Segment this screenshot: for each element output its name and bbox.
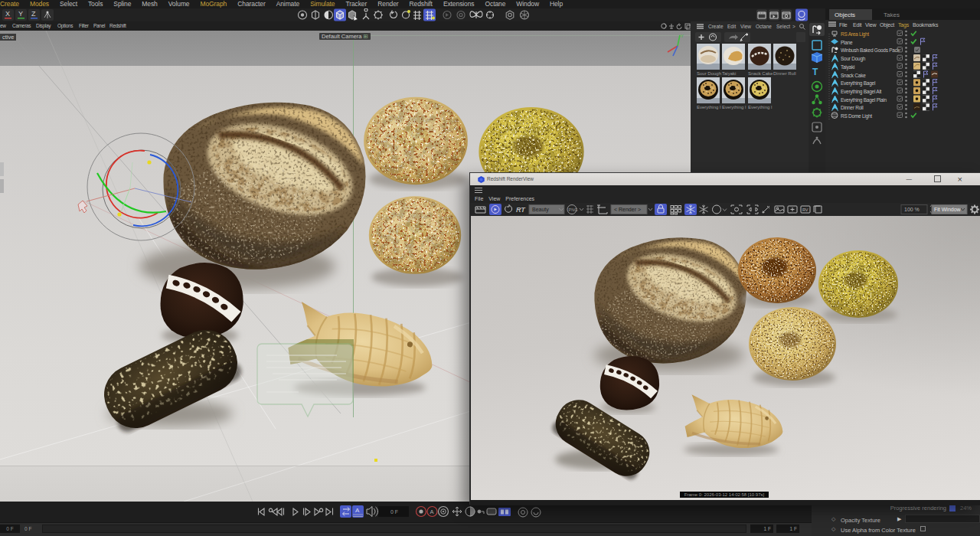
svg-text:T: T [812, 67, 818, 77]
svg-text:Everything l: Everything l [748, 105, 772, 109]
svg-text:Object: Object [880, 22, 894, 28]
svg-text:Y: Y [18, 10, 23, 18]
svg-text:0 F: 0 F [390, 509, 398, 515]
svg-text:>: > [792, 24, 795, 29]
svg-text:Tags: Tags [898, 22, 910, 28]
svg-text:Plane: Plane [841, 40, 853, 45]
svg-text:Z: Z [31, 10, 36, 18]
svg-text:Everything Bagel: Everything Bagel [841, 80, 876, 87]
svg-text:Y: Y [681, 34, 684, 38]
svg-text:Frame 0: 2026-03-12 14:02:5: Frame 0: 2026-03-12 14:02:58 [10.97s] [684, 492, 765, 497]
svg-text:File: File [839, 22, 848, 28]
svg-text:Everything l: Everything l [722, 105, 746, 109]
svg-text:Taiyaki: Taiyaki [722, 71, 736, 76]
svg-text:RV: RV [802, 208, 808, 212]
svg-text:Everything l: Everything l [697, 105, 720, 109]
svg-text:Objects: Objects [835, 11, 855, 18]
svg-text:RT: RT [516, 206, 526, 214]
svg-text:Snack Cake: Snack Cake [841, 73, 866, 78]
svg-text:RS Area Light: RS Area Light [841, 31, 869, 38]
svg-text:Taiyaki: Taiyaki [841, 64, 854, 70]
svg-text:Edit: Edit [727, 24, 736, 29]
svg-text:A: A [355, 507, 360, 514]
svg-text:A: A [430, 508, 434, 515]
svg-text:Fit Window: Fit Window [934, 207, 962, 212]
svg-text:100 %: 100 % [904, 207, 920, 212]
svg-text:Winbush Baked Goods Pack: Winbush Baked Goods Pack [841, 47, 900, 53]
svg-text:Select: Select [776, 24, 790, 29]
svg-text:RS Dome Light: RS Dome Light [841, 113, 872, 119]
svg-text:PNG: PNG [569, 208, 578, 212]
svg-text:Bookmarks: Bookmarks [913, 22, 939, 28]
svg-text:Takes: Takes [884, 11, 900, 18]
svg-text:View: View [865, 22, 877, 28]
svg-text:Dinner Roll: Dinner Roll [841, 105, 864, 110]
svg-text:Octane: Octane [756, 24, 772, 29]
svg-text:View: View [740, 24, 751, 29]
svg-text:Beauty: Beauty [532, 207, 549, 213]
svg-text:Dinner Roll: Dinner Roll [773, 71, 796, 76]
svg-text:Create: Create [708, 24, 724, 29]
svg-text:Sour Dough: Sour Dough [697, 71, 721, 76]
svg-text:< Render >: < Render > [614, 207, 641, 212]
svg-text:Everything Bagel Alt: Everything Bagel Alt [841, 89, 882, 95]
svg-text:X: X [5, 10, 10, 18]
svg-text:Sour Dough: Sour Dough [841, 56, 866, 62]
svg-text:Edit: Edit [853, 22, 862, 28]
svg-text:Snack Cake: Snack Cake [748, 71, 773, 76]
svg-text:Everything Bagel Plain: Everything Bagel Plain [841, 97, 887, 103]
